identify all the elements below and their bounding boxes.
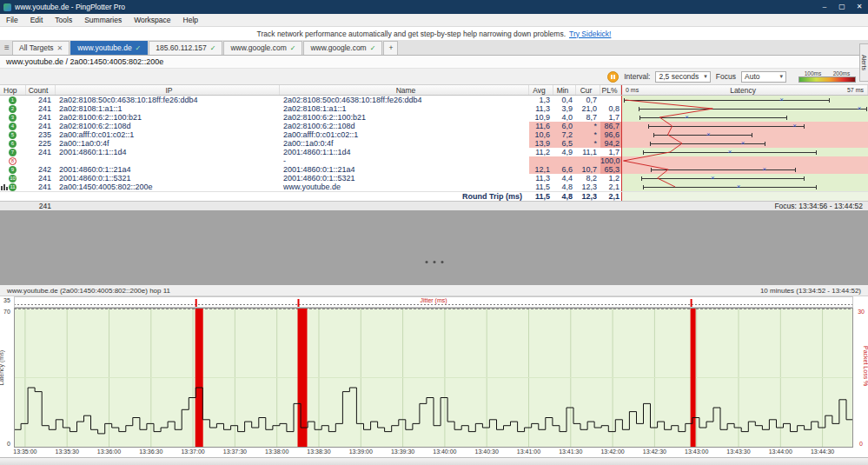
ip-cell: 2a00:1450:4005:802::200e bbox=[56, 183, 280, 191]
hop-cell: 11 bbox=[0, 183, 26, 191]
latency-marker: × bbox=[792, 122, 797, 130]
latency-marker: × bbox=[741, 139, 745, 148]
latency-axis-title: Latency bbox=[730, 85, 756, 95]
col-header-pl[interactable]: PL% bbox=[600, 85, 621, 95]
col-header-name[interactable]: Name bbox=[280, 85, 529, 95]
menu-item-summaries[interactable]: Summaries bbox=[78, 16, 128, 24]
latency-graph-cell: × bbox=[621, 113, 868, 122]
timeline-title: www.youtube.de (2a00:1450:4005:802::200e… bbox=[7, 287, 170, 295]
latency-range-bar bbox=[653, 135, 752, 136]
hamburger-icon[interactable]: ≡ bbox=[2, 40, 12, 55]
table-row-hop-7[interactable]: 72412001:4860:1:1::1d42001:4860:1:1::1d4… bbox=[0, 148, 868, 156]
alerts-side-tab[interactable]: Alerts bbox=[859, 43, 868, 82]
hop-badge: 3 bbox=[9, 114, 17, 122]
table-row-hop-3[interactable]: 32412a02:8100:6:2::100:b212a02:8100:6:2:… bbox=[0, 113, 868, 122]
table-row-hop-2[interactable]: 22412a02:8108:1:a1::12a02:8108:1:a1::111… bbox=[0, 104, 868, 113]
avg-cell: 12,1 bbox=[529, 165, 553, 174]
loss-y-min: 0 bbox=[859, 441, 863, 447]
col-header-count[interactable]: Count bbox=[26, 85, 56, 95]
hop-cell: 5 bbox=[0, 130, 26, 139]
add-target-button[interactable]: + bbox=[383, 41, 398, 55]
tab-target-1[interactable]: 185.60.112.157✓ bbox=[149, 41, 222, 55]
hop-badge: 7 bbox=[9, 149, 17, 156]
tab-target-2[interactable]: www.google.com✓ bbox=[223, 41, 302, 55]
splitter-handle[interactable] bbox=[425, 261, 443, 263]
name-cell: 2a00:afff:0:c01:c02::1 bbox=[280, 130, 529, 139]
table-row-hop-5[interactable]: 52352a00:afff:0:c01:c02::12a00:afff:0:c0… bbox=[0, 130, 868, 139]
table-row-hop-1[interactable]: 12412a02:8108:50c0:4638:10:18ff:fe26:ddb… bbox=[0, 96, 868, 104]
menu-item-tools[interactable]: Tools bbox=[49, 16, 78, 24]
min-cell: 4,0 bbox=[553, 113, 576, 122]
avg-cell: 11,6 bbox=[529, 122, 553, 130]
min-cell: 4,4 bbox=[553, 174, 576, 183]
bottom-scrollbar[interactable] bbox=[0, 457, 868, 465]
menu-item-workspace[interactable]: Workspace bbox=[128, 16, 176, 24]
tab-target-0[interactable]: www.youtube.de✓ bbox=[70, 41, 148, 55]
time-tick-label: 13:42:30 bbox=[643, 448, 666, 455]
hop-cell: 7 bbox=[0, 148, 26, 156]
name-cell: 2a02:8100:6:2::100:b21 bbox=[280, 113, 529, 122]
min-cell: 3,9 bbox=[553, 104, 576, 113]
latency-axis-min: 0 ms bbox=[626, 85, 639, 95]
col-header-cur[interactable]: Cur bbox=[576, 85, 600, 95]
avg-cell: 1,3 bbox=[529, 96, 553, 104]
col-header-min[interactable]: Min bbox=[553, 85, 576, 95]
table-row-hop-9[interactable]: 92422001:4860:0:1::21a42001:4860:0:1::21… bbox=[0, 165, 868, 174]
timeline-header: www.youtube.de (2a00:1450:4005:802::200e… bbox=[0, 285, 868, 296]
graphed-hop-icon bbox=[0, 183, 9, 190]
hop-badge: 6 bbox=[9, 140, 17, 148]
close-icon[interactable]: ✕ bbox=[57, 42, 63, 55]
round-trip-ip-cell bbox=[56, 192, 280, 201]
scale-label-200ms: 200ms bbox=[833, 70, 851, 76]
count-cell: 241 bbox=[26, 104, 56, 113]
table-row-hop-11[interactable]: 112412a00:1450:4005:802::200ewww.youtube… bbox=[0, 183, 868, 191]
cur-cell: 21,0 bbox=[576, 104, 600, 113]
col-header-latency[interactable]: 0 ms Latency 57 ms bbox=[621, 85, 868, 95]
time-axis: 13:35:0013:35:3013:36:0013:36:3013:37:00… bbox=[0, 448, 868, 457]
avg-cell: 11,2 bbox=[529, 148, 553, 156]
col-header-hop[interactable]: Hop bbox=[0, 85, 26, 95]
latency-marker: × bbox=[779, 96, 784, 104]
hop-cell: 1 bbox=[0, 96, 26, 104]
time-tick-label: 13:39:30 bbox=[391, 448, 414, 455]
tab-all-targets[interactable]: All Targets✕ bbox=[12, 41, 70, 55]
try-sidekick-link[interactable]: Try Sidekick! bbox=[569, 30, 611, 38]
col-header-avg[interactable]: Avg bbox=[529, 85, 553, 95]
latency-axis-max: 57 ms bbox=[847, 85, 864, 95]
app-icon bbox=[3, 3, 11, 11]
table-footer-row: 241 Focus: 13:34:56 - 13:44:52 bbox=[0, 201, 868, 210]
menu-item-edit[interactable]: Edit bbox=[24, 16, 50, 24]
interval-select[interactable]: 2,5 seconds ▾ bbox=[655, 71, 710, 83]
min-cell: 7,2 bbox=[553, 130, 576, 139]
range-min-cap bbox=[651, 168, 652, 172]
interval-value: 2,5 seconds bbox=[659, 71, 699, 82]
pl-cell: 1,7 bbox=[600, 113, 621, 122]
pause-button[interactable] bbox=[607, 71, 619, 83]
latency-range-bar bbox=[651, 169, 795, 170]
col-header-ip[interactable]: IP bbox=[56, 85, 280, 95]
table-row-hop-6[interactable]: 62252a00::1a0:0:4f2a00::1a0:0:4f13,96,5*… bbox=[0, 139, 868, 148]
count-cell: 242 bbox=[26, 165, 56, 174]
ip-cell: 2a02:8108:50c0:4638:10:18ff:fe26:ddb4 bbox=[56, 96, 280, 104]
jitter-strip[interactable]: Jitter (ms) bbox=[14, 296, 853, 308]
timeline-graph[interactable] bbox=[14, 308, 853, 448]
cur-cell: 8,7 bbox=[576, 113, 600, 122]
menu-bar: FileEditToolsSummariesWorkspaceHelp bbox=[0, 14, 868, 27]
minimize-button[interactable]: – bbox=[816, 0, 833, 14]
pl-cell: 96,6 bbox=[600, 130, 621, 139]
table-row-hop-4[interactable]: 42412a02:8100:6:2::108d2a02:8100:6:2::10… bbox=[0, 122, 868, 130]
tab-target-3[interactable]: www.google.com✓ bbox=[303, 41, 382, 55]
menu-item-help[interactable]: Help bbox=[177, 16, 204, 24]
time-tick-label: 13:44:00 bbox=[769, 448, 792, 455]
time-tick-label: 13:44:30 bbox=[811, 448, 834, 455]
target-header: www.youtube.de / 2a00:1450:4005:802::200… bbox=[0, 56, 868, 69]
table-row-hop-10[interactable]: 102412001:4860:0:1::53212001:4860:0:1::5… bbox=[0, 174, 868, 183]
close-button[interactable]: ✕ bbox=[851, 0, 868, 14]
menu-item-file[interactable]: File bbox=[0, 16, 24, 24]
table-row-hop-8[interactable]: 8-100,0 bbox=[0, 156, 868, 165]
focus-select[interactable]: Auto ▾ bbox=[741, 71, 786, 83]
maximize-button[interactable]: ▢ bbox=[833, 0, 851, 14]
range-max-cap bbox=[816, 185, 817, 189]
latency-marker: × bbox=[737, 183, 741, 191]
promo-banner: Track network performance automatically … bbox=[0, 27, 868, 40]
